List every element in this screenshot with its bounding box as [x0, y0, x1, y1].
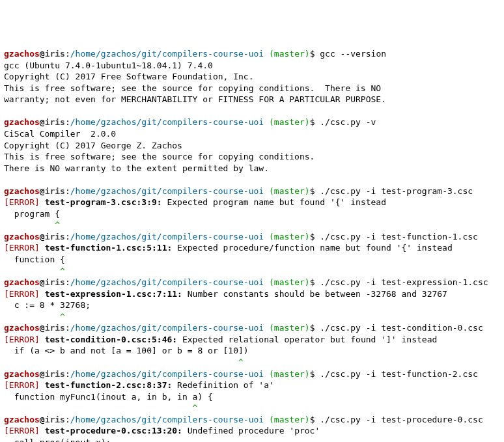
prompt-at: @: [40, 49, 45, 59]
error-context-4: c := 8 * 32768;: [4, 300, 91, 310]
prompt-path: /home/gzachos/git/compilers-course-uoi: [70, 49, 264, 59]
command-7: ./csc.py -i test-procedure-0.csc: [320, 415, 483, 424]
output-block-1: CiScal Compiler 2.0.0 Copyright (C) 2017…: [4, 129, 315, 173]
prompt-colon: :: [65, 415, 70, 424]
prompt-dollar: $: [310, 323, 320, 333]
prompt-at: @: [40, 323, 45, 333]
prompt-host: iris: [45, 415, 65, 424]
prompt-user: gzachos: [4, 117, 40, 127]
prompt-sp: [264, 323, 269, 333]
error-location-6: test-function-2.csc:8:37:: [45, 380, 173, 390]
prompt-user: gzachos: [4, 232, 40, 242]
prompt-user: gzachos: [4, 49, 40, 59]
prompt-path: /home/gzachos/git/compilers-course-uoi: [70, 232, 264, 242]
error-location-5: test-condition-0.csc:5:46:: [45, 335, 178, 344]
terminal-output: gzachos@iris:/home/gzachos/git/compilers…: [4, 48, 500, 442]
error-label-6: [ERROR]: [4, 380, 40, 390]
prompt-dollar: $: [310, 117, 320, 127]
prompt-colon: :: [65, 277, 70, 287]
prompt-branch: (master): [269, 323, 310, 333]
prompt-branch: (master): [269, 369, 310, 379]
error-location-2: test-program-3.csc:3:9:: [45, 197, 162, 207]
error-message-7: Undefined procedure 'proc': [182, 426, 320, 435]
prompt-user: gzachos: [4, 323, 40, 333]
error-label-4: [ERROR]: [4, 289, 40, 299]
prompt-dollar: $: [310, 49, 320, 59]
error-context-7: call proc(inout x);: [4, 437, 111, 442]
prompt-user: gzachos: [4, 186, 40, 196]
output-block-0: gcc (Ubuntu 7.4.0-1ubuntu1~18.04.1) 7.4.…: [4, 61, 386, 105]
prompt-dollar: $: [310, 369, 320, 379]
command-4: ./csc.py -i test-expression-1.csc: [320, 277, 488, 287]
prompt-dollar: $: [310, 415, 320, 424]
error-message-5: Expected relational operator but found '…: [177, 335, 437, 344]
prompt-branch: (master): [269, 186, 310, 196]
error-message-6: Redefinition of 'a': [172, 380, 274, 390]
prompt-at: @: [40, 117, 45, 127]
prompt-host: iris: [45, 117, 65, 127]
error-message-3: Expected procedure/function name but fou…: [172, 243, 452, 253]
prompt-user: gzachos: [4, 369, 40, 379]
error-label-7: [ERROR]: [4, 426, 40, 435]
prompt-colon: :: [65, 323, 70, 333]
error-context-3: function {: [4, 255, 65, 264]
error-caret-3: ^: [4, 266, 65, 276]
prompt-path: /home/gzachos/git/compilers-course-uoi: [70, 117, 264, 127]
error-message-2: Expected program name but found '{' inst…: [162, 197, 386, 207]
prompt-colon: :: [65, 369, 70, 379]
prompt-branch: (master): [269, 117, 310, 127]
error-location-4: test-expression-1.csc:7:11:: [45, 289, 182, 299]
prompt-user: gzachos: [4, 415, 40, 424]
prompt-dollar: $: [310, 232, 320, 242]
prompt-at: @: [40, 232, 45, 242]
error-location-7: test-procedure-0.csc:13:20:: [45, 426, 182, 435]
prompt-path: /home/gzachos/git/compilers-course-uoi: [70, 323, 264, 333]
prompt-sp: [264, 232, 269, 242]
prompt-sp: [264, 369, 269, 379]
prompt-path: /home/gzachos/git/compilers-course-uoi: [70, 186, 264, 196]
prompt-sp: [264, 49, 269, 59]
error-caret-5: ^: [4, 357, 244, 367]
prompt-host: iris: [45, 49, 65, 59]
prompt-user: gzachos: [4, 277, 40, 287]
prompt-branch: (master): [269, 277, 310, 287]
prompt-host: iris: [45, 186, 65, 196]
command-2: ./csc.py -i test-program-3.csc: [320, 186, 473, 196]
prompt-host: iris: [45, 323, 65, 333]
prompt-sp: [264, 186, 269, 196]
prompt-at: @: [40, 415, 45, 424]
prompt-at: @: [40, 369, 45, 379]
error-location-3: test-function-1.csc:5:11:: [45, 243, 173, 253]
command-0: gcc --version: [320, 49, 386, 59]
prompt-sp: [264, 117, 269, 127]
prompt-branch: (master): [269, 232, 310, 242]
prompt-path: /home/gzachos/git/compilers-course-uoi: [70, 277, 264, 287]
error-context-2: program {: [4, 209, 60, 219]
error-caret-2: ^: [4, 220, 60, 230]
error-caret-6: ^: [4, 403, 197, 413]
command-5: ./csc.py -i test-condition-0.csc: [320, 323, 483, 333]
command-3: ./csc.py -i test-function-1.csc: [320, 232, 478, 242]
error-caret-4: ^: [4, 312, 65, 322]
error-message-4: Number constants should be between -3276…: [182, 289, 447, 299]
error-label-2: [ERROR]: [4, 197, 40, 207]
error-context-5: if (a <> b and not [a = 100] or b = 8 or…: [4, 346, 249, 355]
prompt-branch: (master): [269, 415, 310, 424]
prompt-at: @: [40, 277, 45, 287]
prompt-dollar: $: [310, 186, 320, 196]
prompt-host: iris: [45, 232, 65, 242]
error-label-5: [ERROR]: [4, 335, 40, 344]
prompt-colon: :: [65, 232, 70, 242]
prompt-host: iris: [45, 277, 65, 287]
prompt-path: /home/gzachos/git/compilers-course-uoi: [70, 415, 264, 424]
error-label-3: [ERROR]: [4, 243, 40, 253]
command-6: ./csc.py -i test-function-2.csc: [320, 369, 478, 379]
prompt-sp: [264, 415, 269, 424]
prompt-colon: :: [65, 186, 70, 196]
prompt-branch: (master): [269, 49, 310, 59]
prompt-host: iris: [45, 369, 65, 379]
prompt-colon: :: [65, 49, 70, 59]
prompt-sp: [264, 277, 269, 287]
prompt-path: /home/gzachos/git/compilers-course-uoi: [70, 369, 264, 379]
prompt-dollar: $: [310, 277, 320, 287]
